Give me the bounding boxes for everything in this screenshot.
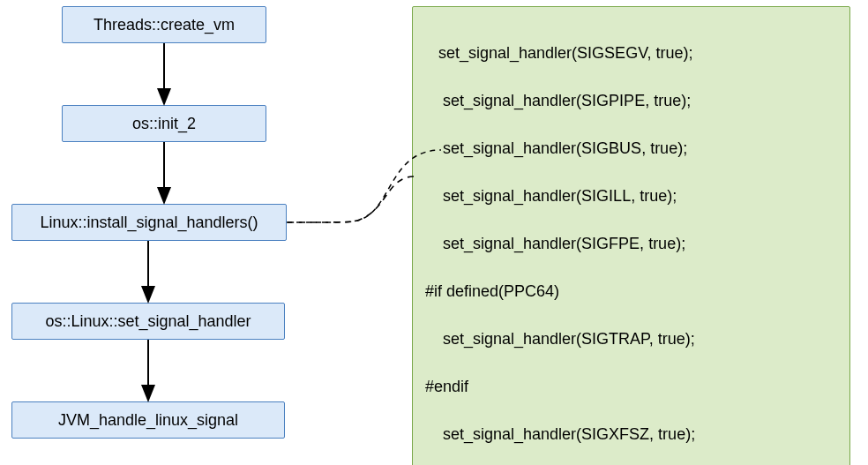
flow-box-jvm-handle-linux-signal: JVM_handle_linux_signal — [11, 401, 285, 439]
flow-box-set-signal-handler: os::Linux::set_signal_handler — [11, 303, 285, 340]
code-snippet-box: set_signal_handler(SIGSEGV, true); set_s… — [412, 6, 850, 465]
dashed-connector-main — [287, 175, 415, 222]
code-line: set_signal_handler(SIGPIPE, true); — [425, 89, 837, 113]
code-line: set_signal_handler(SIGXFSZ, true); — [425, 423, 837, 446]
code-line: set_signal_handler(SIGILL, true); — [425, 184, 837, 208]
code-line: set_signal_handler(SIGBUS, true); — [425, 137, 837, 161]
flow-box-install-signal-handlers: Linux::install_signal_handlers() — [11, 204, 287, 241]
code-line: #endif — [425, 375, 837, 399]
code-line: #if defined(PPC64) — [425, 280, 837, 304]
code-line: set_signal_handler(SIGTRAP, true); — [425, 327, 837, 351]
code-line: set_signal_handler(SIGSEGV, true); — [425, 41, 837, 65]
code-line: set_signal_handler(SIGFPE, true); — [425, 232, 837, 256]
flow-box-os-init2: os::init_2 — [62, 105, 266, 142]
flow-box-create-vm: Threads::create_vm — [62, 6, 266, 43]
dashed-connector-curve — [288, 176, 415, 222]
